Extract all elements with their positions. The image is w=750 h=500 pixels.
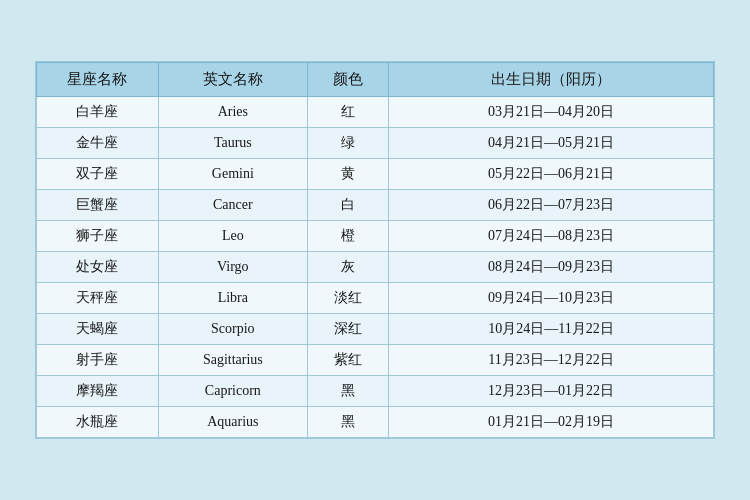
table-row: 巨蟹座Cancer白06月22日—07月23日 <box>37 190 714 221</box>
cell-en-name: Aries <box>158 97 307 128</box>
cell-color: 黄 <box>307 159 388 190</box>
cell-en-name: Cancer <box>158 190 307 221</box>
cell-zh-name: 白羊座 <box>37 97 159 128</box>
cell-en-name: Scorpio <box>158 314 307 345</box>
cell-date: 09月24日—10月23日 <box>389 283 714 314</box>
cell-en-name: Libra <box>158 283 307 314</box>
cell-en-name: Gemini <box>158 159 307 190</box>
table-row: 天秤座Libra淡红09月24日—10月23日 <box>37 283 714 314</box>
cell-date: 05月22日—06月21日 <box>389 159 714 190</box>
cell-date: 07月24日—08月23日 <box>389 221 714 252</box>
cell-color: 深红 <box>307 314 388 345</box>
cell-zh-name: 处女座 <box>37 252 159 283</box>
table-row: 射手座Sagittarius紫红11月23日—12月22日 <box>37 345 714 376</box>
cell-zh-name: 射手座 <box>37 345 159 376</box>
cell-en-name: Leo <box>158 221 307 252</box>
table-row: 摩羯座Capricorn黑12月23日—01月22日 <box>37 376 714 407</box>
header-en-name: 英文名称 <box>158 63 307 97</box>
cell-date: 06月22日—07月23日 <box>389 190 714 221</box>
table-row: 白羊座Aries红03月21日—04月20日 <box>37 97 714 128</box>
cell-zh-name: 双子座 <box>37 159 159 190</box>
cell-zh-name: 天蝎座 <box>37 314 159 345</box>
zodiac-table-container: 星座名称 英文名称 颜色 出生日期（阳历） 白羊座Aries红03月21日—04… <box>35 61 715 439</box>
table-row: 天蝎座Scorpio深红10月24日—11月22日 <box>37 314 714 345</box>
cell-date: 04月21日—05月21日 <box>389 128 714 159</box>
cell-date: 12月23日—01月22日 <box>389 376 714 407</box>
header-zh-name: 星座名称 <box>37 63 159 97</box>
cell-date: 03月21日—04月20日 <box>389 97 714 128</box>
cell-color: 红 <box>307 97 388 128</box>
cell-en-name: Taurus <box>158 128 307 159</box>
cell-color: 绿 <box>307 128 388 159</box>
table-row: 处女座Virgo灰08月24日—09月23日 <box>37 252 714 283</box>
table-row: 金牛座Taurus绿04月21日—05月21日 <box>37 128 714 159</box>
table-header-row: 星座名称 英文名称 颜色 出生日期（阳历） <box>37 63 714 97</box>
cell-zh-name: 水瓶座 <box>37 407 159 438</box>
cell-zh-name: 金牛座 <box>37 128 159 159</box>
cell-zh-name: 巨蟹座 <box>37 190 159 221</box>
zodiac-table: 星座名称 英文名称 颜色 出生日期（阳历） 白羊座Aries红03月21日—04… <box>36 62 714 438</box>
cell-en-name: Virgo <box>158 252 307 283</box>
cell-color: 橙 <box>307 221 388 252</box>
cell-en-name: Sagittarius <box>158 345 307 376</box>
table-row: 水瓶座Aquarius黑01月21日—02月19日 <box>37 407 714 438</box>
cell-color: 紫红 <box>307 345 388 376</box>
cell-date: 08月24日—09月23日 <box>389 252 714 283</box>
header-date: 出生日期（阳历） <box>389 63 714 97</box>
cell-zh-name: 狮子座 <box>37 221 159 252</box>
table-row: 双子座Gemini黄05月22日—06月21日 <box>37 159 714 190</box>
cell-color: 淡红 <box>307 283 388 314</box>
cell-zh-name: 摩羯座 <box>37 376 159 407</box>
cell-date: 11月23日—12月22日 <box>389 345 714 376</box>
cell-color: 黑 <box>307 407 388 438</box>
table-row: 狮子座Leo橙07月24日—08月23日 <box>37 221 714 252</box>
cell-date: 10月24日—11月22日 <box>389 314 714 345</box>
cell-en-name: Aquarius <box>158 407 307 438</box>
cell-color: 灰 <box>307 252 388 283</box>
cell-date: 01月21日—02月19日 <box>389 407 714 438</box>
cell-zh-name: 天秤座 <box>37 283 159 314</box>
cell-color: 白 <box>307 190 388 221</box>
header-color: 颜色 <box>307 63 388 97</box>
cell-color: 黑 <box>307 376 388 407</box>
cell-en-name: Capricorn <box>158 376 307 407</box>
